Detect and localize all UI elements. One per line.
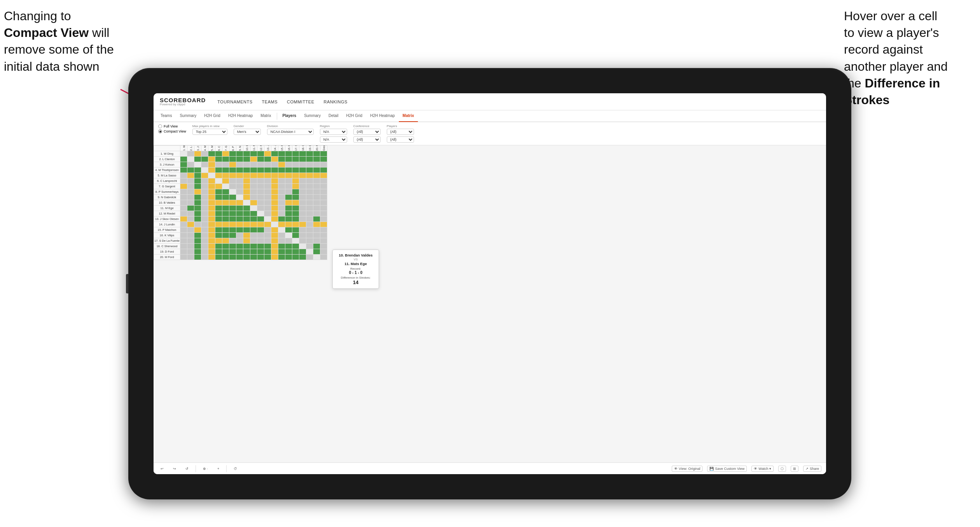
matrix-cell[interactable] [292, 222, 299, 227]
matrix-cell[interactable] [180, 216, 187, 222]
matrix-cell[interactable] [320, 157, 327, 162]
matrix-cell[interactable] [306, 157, 313, 162]
matrix-cell[interactable] [208, 244, 215, 249]
matrix-cell[interactable] [215, 195, 222, 200]
matrix-cell[interactable] [250, 216, 257, 222]
matrix-cell[interactable] [215, 211, 222, 216]
matrix-cell[interactable] [292, 189, 299, 195]
matrix-cell[interactable] [264, 151, 271, 157]
matrix-cell[interactable] [215, 255, 222, 260]
matrix-cell[interactable] [285, 200, 292, 206]
matrix-cell[interactable] [320, 178, 327, 184]
matrix-cell[interactable] [306, 168, 313, 173]
matrix-cell[interactable] [257, 168, 264, 173]
matrix-cell[interactable] [278, 222, 285, 227]
matrix-cell[interactable] [257, 173, 264, 178]
matrix-cell[interactable] [187, 211, 194, 216]
matrix-cell[interactable] [271, 206, 278, 211]
matrix-cell[interactable] [320, 227, 327, 233]
matrix-cell[interactable] [292, 178, 299, 184]
matrix-cell[interactable] [180, 206, 187, 211]
matrix-cell[interactable] [194, 168, 201, 173]
matrix-cell[interactable] [229, 178, 236, 184]
matrix-cell[interactable] [229, 233, 236, 238]
matrix-cell[interactable] [320, 184, 327, 189]
matrix-cell[interactable] [229, 173, 236, 178]
matrix-cell[interactable] [285, 151, 292, 157]
matrix-cell[interactable] [306, 162, 313, 168]
matrix-cell[interactable] [194, 184, 201, 189]
matrix-cell[interactable] [306, 206, 313, 211]
matrix-cell[interactable] [236, 173, 243, 178]
matrix-cell[interactable] [285, 244, 292, 249]
gender-select[interactable]: Men's [234, 129, 261, 135]
matrix-cell[interactable] [222, 249, 229, 255]
matrix-cell[interactable] [285, 195, 292, 200]
matrix-cell[interactable] [222, 200, 229, 206]
matrix-cell[interactable] [236, 157, 243, 162]
matrix-cell[interactable] [201, 255, 208, 260]
matrix-cell[interactable] [278, 206, 285, 211]
matrix-cell[interactable] [222, 168, 229, 173]
matrix-cell[interactable] [278, 233, 285, 238]
matrix-cell[interactable] [313, 151, 320, 157]
matrix-container[interactable]: 1. W Ding 2. L Clanton 3. J Koivun 4. M … [154, 145, 826, 462]
matrix-cell[interactable] [278, 168, 285, 173]
matrix-cell[interactable] [208, 233, 215, 238]
matrix-cell[interactable] [264, 244, 271, 249]
matrix-cell[interactable] [292, 162, 299, 168]
matrix-cell[interactable] [243, 233, 250, 238]
matrix-cell[interactable] [271, 157, 278, 162]
matrix-cell[interactable] [320, 249, 327, 255]
matrix-cell[interactable] [243, 195, 250, 200]
matrix-cell[interactable] [215, 157, 222, 162]
matrix-cell[interactable] [306, 189, 313, 195]
matrix-cell[interactable] [229, 206, 236, 211]
matrix-cell[interactable] [285, 255, 292, 260]
matrix-cell[interactable] [313, 200, 320, 206]
matrix-cell[interactable] [299, 238, 306, 244]
matrix-cell[interactable] [187, 222, 194, 227]
matrix-cell[interactable] [278, 162, 285, 168]
matrix-cell[interactable] [187, 233, 194, 238]
matrix-cell[interactable] [257, 162, 264, 168]
matrix-cell[interactable] [194, 173, 201, 178]
matrix-cell[interactable] [320, 195, 327, 200]
matrix-cell[interactable] [271, 184, 278, 189]
matrix-cell[interactable] [299, 227, 306, 233]
tablet-side-button[interactable] [126, 274, 128, 293]
matrix-cell[interactable] [180, 222, 187, 227]
matrix-cell[interactable] [243, 157, 250, 162]
matrix-cell[interactable] [278, 227, 285, 233]
matrix-cell[interactable] [278, 216, 285, 222]
matrix-cell[interactable] [278, 151, 285, 157]
matrix-cell[interactable] [222, 233, 229, 238]
matrix-cell[interactable] [285, 168, 292, 173]
matrix-cell[interactable] [271, 216, 278, 222]
matrix-cell[interactable] [313, 157, 320, 162]
matrix-cell[interactable] [243, 162, 250, 168]
matrix-cell[interactable] [208, 157, 215, 162]
matrix-cell[interactable] [229, 244, 236, 249]
matrix-cell[interactable] [320, 189, 327, 195]
matrix-cell[interactable] [313, 216, 320, 222]
matrix-cell[interactable] [194, 200, 201, 206]
matrix-cell[interactable] [250, 168, 257, 173]
matrix-cell[interactable] [243, 244, 250, 249]
matrix-cell[interactable] [257, 151, 264, 157]
matrix-cell[interactable] [285, 222, 292, 227]
matrix-cell[interactable] [229, 184, 236, 189]
share-button[interactable]: ↗ Share [803, 466, 821, 472]
matrix-cell[interactable] [201, 151, 208, 157]
matrix-cell[interactable] [222, 211, 229, 216]
matrix-cell[interactable] [180, 200, 187, 206]
matrix-cell[interactable] [271, 173, 278, 178]
matrix-cell[interactable] [278, 173, 285, 178]
matrix-cell[interactable] [187, 151, 194, 157]
matrix-cell[interactable] [222, 157, 229, 162]
matrix-cell[interactable] [299, 195, 306, 200]
tab-summary-2[interactable]: Summary [300, 110, 325, 122]
matrix-cell[interactable] [257, 227, 264, 233]
matrix-cell[interactable] [194, 238, 201, 244]
matrix-cell[interactable] [306, 222, 313, 227]
